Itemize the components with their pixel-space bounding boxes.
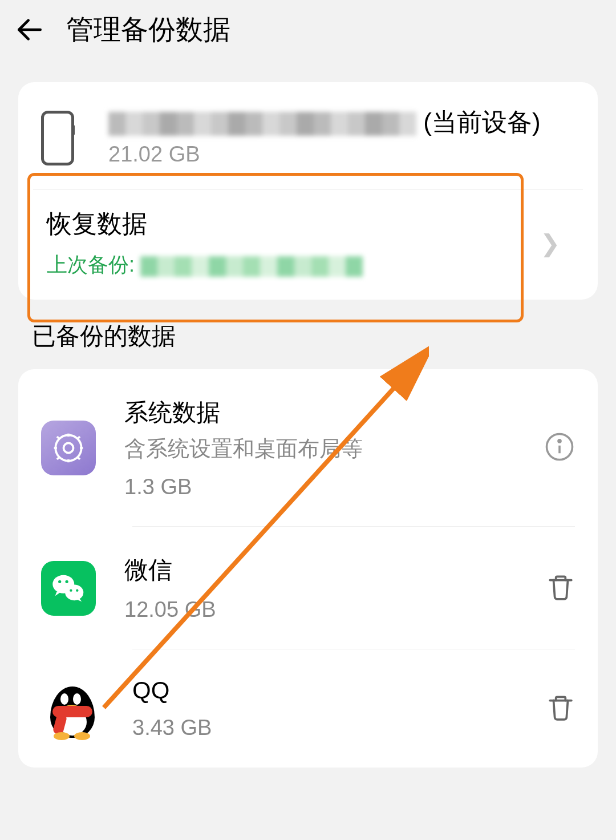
backed-up-data-title: 已备份的数据 xyxy=(32,320,584,352)
svg-point-1 xyxy=(63,443,73,453)
header: 管理备份数据 xyxy=(0,0,616,65)
svg-point-8 xyxy=(58,580,61,583)
svg-point-7 xyxy=(65,584,83,600)
list-item[interactable]: 系统数据 含系统设置和桌面布局等 1.3 GB xyxy=(18,369,598,527)
info-icon[interactable] xyxy=(544,431,575,465)
page-title: 管理备份数据 xyxy=(66,11,230,48)
device-card: (当前设备) 21.02 GB 恢复数据 上次备份: ❯ xyxy=(18,82,598,300)
settings-app-icon xyxy=(41,421,96,475)
svg-point-9 xyxy=(65,580,68,583)
app-size: 1.3 GB xyxy=(124,475,544,499)
current-device-suffix: (当前设备) xyxy=(423,108,540,136)
restore-title: 恢复数据 xyxy=(47,207,540,241)
redacted-backup-date xyxy=(140,256,363,277)
restore-data-row[interactable]: 恢复数据 上次备份: ❯ xyxy=(33,189,583,300)
app-size: 3.43 GB xyxy=(132,716,546,740)
device-name: (当前设备) xyxy=(108,105,575,139)
app-name: QQ xyxy=(132,677,546,704)
trash-icon[interactable] xyxy=(546,573,575,604)
back-icon[interactable] xyxy=(14,14,46,46)
app-name: 系统数据 xyxy=(124,397,544,429)
last-backup-label: 上次备份: xyxy=(47,253,135,276)
app-desc: 含系统设置和桌面布局等 xyxy=(124,434,544,463)
qq-app-icon xyxy=(41,677,104,740)
last-backup-line: 上次备份: xyxy=(47,251,540,279)
app-size: 12.05 GB xyxy=(124,597,546,622)
list-item[interactable]: 微信 12.05 GB xyxy=(18,527,598,649)
list-item[interactable]: QQ 3.43 GB xyxy=(18,649,598,768)
svg-point-10 xyxy=(70,589,72,591)
chevron-right-icon: ❯ xyxy=(540,229,577,257)
trash-icon[interactable] xyxy=(546,693,575,724)
device-size: 21.02 GB xyxy=(108,142,575,167)
phone-icon xyxy=(41,111,74,165)
redacted-device-name xyxy=(108,112,416,136)
device-row: (当前设备) 21.02 GB xyxy=(18,82,598,172)
app-name: 微信 xyxy=(124,554,546,586)
wechat-app-icon xyxy=(41,561,96,616)
svg-point-5 xyxy=(558,440,561,442)
backup-list-card: 系统数据 含系统设置和桌面布局等 1.3 GB 微信 12.05 GB xyxy=(18,369,598,768)
svg-point-2 xyxy=(55,435,81,461)
svg-point-11 xyxy=(76,589,78,591)
